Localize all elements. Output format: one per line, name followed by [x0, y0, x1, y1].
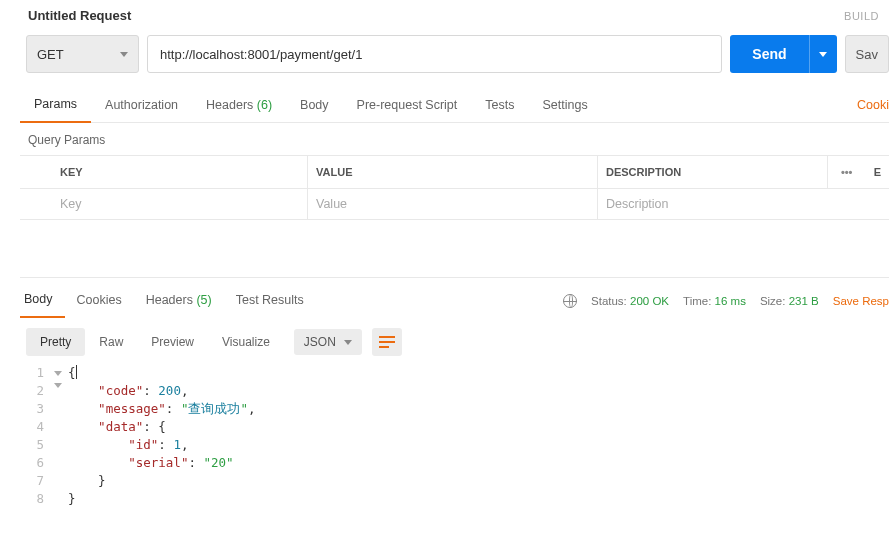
chevron-down-icon — [819, 52, 827, 57]
method-select[interactable]: GET — [26, 35, 139, 73]
send-group: Send — [730, 35, 836, 73]
description-input[interactable] — [598, 189, 889, 219]
save-button[interactable]: Sav — [845, 35, 889, 73]
request-title: Untitled Request — [28, 8, 131, 23]
globe-icon[interactable] — [563, 294, 577, 308]
header-description: DESCRIPTION — [598, 156, 828, 189]
request-tabs: Params Authorization Headers (6) Body Pr… — [20, 89, 889, 123]
chevron-down-icon — [120, 52, 128, 57]
view-visualize[interactable]: Visualize — [208, 328, 284, 356]
view-preview[interactable]: Preview — [137, 328, 208, 356]
response-tabs: Body Cookies Headers (5) Test Results St… — [20, 278, 889, 318]
spacer — [20, 220, 889, 278]
fold-gutter — [54, 364, 68, 508]
header-value: VALUE — [308, 156, 598, 189]
query-params-label: Query Params — [20, 123, 889, 155]
tab-response-cookies[interactable]: Cookies — [65, 285, 134, 317]
view-pretty[interactable]: Pretty — [26, 328, 85, 356]
status-time: Time: 16 ms — [683, 295, 746, 307]
cookies-link[interactable]: Cooki — [857, 90, 889, 122]
wrap-icon — [379, 336, 395, 348]
tab-response-body[interactable]: Body — [20, 284, 65, 318]
request-row: GET Send Sav — [20, 31, 889, 89]
tab-prerequest[interactable]: Pre-request Script — [343, 90, 472, 122]
build-label[interactable]: BUILD — [844, 10, 879, 22]
tab-response-headers[interactable]: Headers (5) — [134, 285, 224, 317]
send-dropdown[interactable] — [809, 35, 837, 73]
tab-body[interactable]: Body — [286, 90, 343, 122]
key-input[interactable] — [52, 189, 307, 219]
view-raw[interactable]: Raw — [85, 328, 137, 356]
format-select[interactable]: JSON — [294, 329, 362, 355]
title-bar: Untitled Request BUILD — [20, 0, 889, 31]
response-body[interactable]: 12345678 { "code": 200, "message": "查询成功… — [20, 364, 889, 508]
status-code: Status: 200 OK — [591, 295, 669, 307]
tab-headers[interactable]: Headers (6) — [192, 90, 286, 122]
method-value: GET — [37, 47, 64, 62]
save-response-link[interactable]: Save Resp — [833, 295, 889, 307]
chevron-down-icon — [344, 340, 352, 345]
query-params-table: KEY VALUE DESCRIPTION ••• E — [20, 155, 889, 220]
view-mode-row: Pretty Raw Preview Visualize JSON — [20, 318, 889, 364]
bulk-edit[interactable]: E — [866, 156, 889, 189]
url-input[interactable] — [147, 35, 722, 73]
line-gutter: 12345678 — [26, 364, 54, 508]
table-header: KEY VALUE DESCRIPTION ••• E — [20, 156, 889, 189]
tab-params[interactable]: Params — [20, 89, 91, 123]
tab-settings[interactable]: Settings — [528, 90, 601, 122]
tab-test-results[interactable]: Test Results — [224, 285, 316, 317]
table-row — [20, 189, 889, 219]
more-icon[interactable]: ••• — [828, 156, 866, 189]
code-lines: { "code": 200, "message": "查询成功", "data"… — [68, 364, 889, 508]
value-input[interactable] — [308, 189, 597, 219]
status-size: Size: 231 B — [760, 295, 819, 307]
tab-authorization[interactable]: Authorization — [91, 90, 192, 122]
wrap-lines-button[interactable] — [372, 328, 402, 356]
tab-tests[interactable]: Tests — [471, 90, 528, 122]
send-button[interactable]: Send — [730, 35, 808, 73]
header-key: KEY — [20, 156, 308, 189]
response-status: Status: 200 OK Time: 16 ms Size: 231 B S… — [563, 294, 889, 308]
